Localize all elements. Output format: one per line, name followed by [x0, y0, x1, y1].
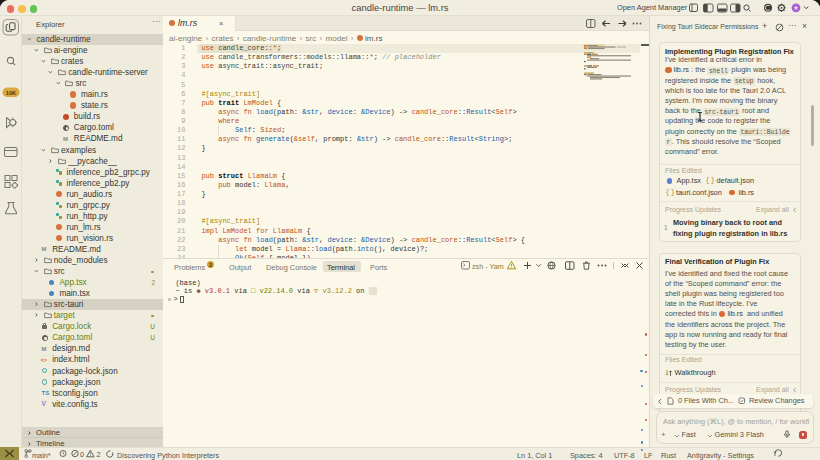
svg-text:10K: 10K — [6, 90, 16, 96]
